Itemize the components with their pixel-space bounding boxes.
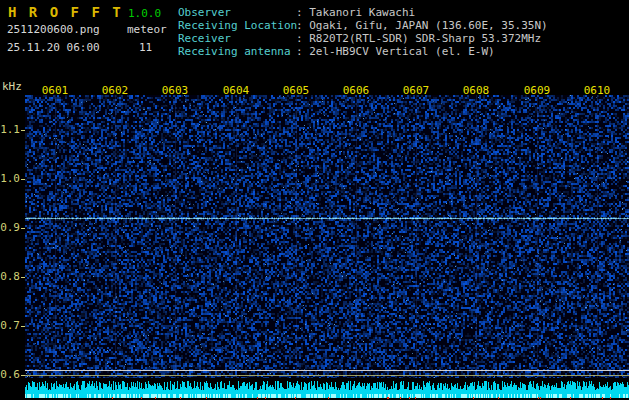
app-title: H R O F F T	[8, 4, 123, 20]
info-value: : R820T2(RTL-SDR) SDR-Sharp 53.372MHz	[296, 32, 541, 45]
freq-tick-label: 0.8	[0, 271, 20, 282]
info-row-location: Receiving Location: Ogaki, Gifu, JAPAN (…	[178, 19, 548, 32]
observation-datetime: 25.11.20 06:00	[7, 41, 100, 54]
info-label: Receiver	[178, 32, 296, 45]
info-row-receiver: Receiver: R820T2(RTL-SDR) SDR-Sharp 53.3…	[178, 32, 548, 45]
freq-tick-label: 0.9	[0, 222, 20, 233]
freq-tick-label: 1.1	[0, 124, 20, 135]
info-row-observer: Observer: Takanori Kawachi	[178, 6, 548, 19]
info-value: : Takanori Kawachi	[296, 6, 415, 19]
info-label: Receiving antenna	[178, 45, 296, 58]
output-filename: 2511200600.png	[7, 23, 100, 36]
freq-tick-label: 1.0	[0, 173, 20, 184]
freq-tick-label: 0.6	[0, 369, 20, 380]
station-info: Observer: Takanori Kawachi Receiving Loc…	[178, 6, 548, 58]
echo-count: 11	[139, 41, 152, 54]
observation-mode-label: meteor	[127, 23, 167, 36]
freq-axis-unit: kHz	[2, 80, 22, 93]
hrofft-output-image: H R O F F T 1.0.0 2511200600.png meteor …	[0, 0, 629, 400]
signal-level-meter	[25, 378, 629, 400]
info-value: : Ogaki, Gifu, JAPAN (136.60E, 35.35N)	[296, 19, 548, 32]
info-label: Observer	[178, 6, 296, 19]
freq-tick-label: 0.7	[0, 320, 20, 331]
spectrogram-canvas	[25, 95, 629, 378]
info-value: : 2el-HB9CV Vertical (el. E-W)	[296, 45, 495, 58]
app-version: 1.0.0	[128, 7, 161, 20]
info-row-antenna: Receiving antenna: 2el-HB9CV Vertical (e…	[178, 45, 548, 58]
info-label: Receiving Location	[178, 19, 296, 32]
